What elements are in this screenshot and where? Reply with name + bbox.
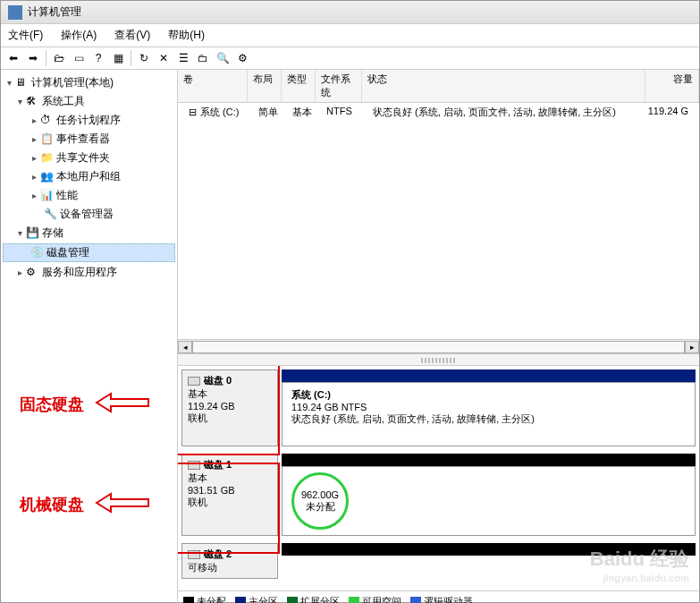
pane-splitter[interactable] — [178, 353, 699, 366]
chevron-down-icon[interactable]: ▾ — [15, 228, 24, 238]
tree-device-manager[interactable]: 🔧设备管理器 — [3, 206, 175, 223]
disk-row-2[interactable]: 磁盘 2 可移动 — [181, 543, 696, 579]
legend-free-swatch — [349, 597, 359, 603]
show-hide-icon[interactable]: ▭ — [70, 49, 88, 67]
volume-scrollbar[interactable]: ◂ ▸ — [178, 339, 699, 353]
partition-unallocated[interactable]: 962.00G 未分配 — [282, 466, 696, 536]
tree-label: 设备管理器 — [60, 207, 114, 222]
main-pane: 卷 布局 类型 文件系统 状态 容量 ⊟系统 (C:) 简单 基本 NTFS 状… — [178, 70, 699, 603]
chevron-right-icon[interactable]: ▸ — [30, 134, 38, 144]
legend-logical: 逻辑驱动器 — [424, 596, 473, 603]
disk-title: 磁盘 1 — [204, 458, 232, 471]
tree-label: 服务和应用程序 — [42, 265, 117, 280]
clock-icon: ⏱ — [40, 114, 55, 128]
volume-name: 系统 (C:) — [200, 106, 239, 119]
col-capacity[interactable]: 容量 — [645, 70, 699, 102]
menu-file[interactable]: 文件(F) — [4, 26, 46, 45]
scroll-left-icon[interactable]: ◂ — [178, 341, 192, 353]
tree-label: 系统工具 — [42, 94, 85, 109]
chevron-right-icon[interactable]: ▸ — [30, 115, 38, 125]
col-type[interactable]: 类型 — [282, 70, 316, 102]
tree-label: 存储 — [42, 225, 63, 241]
tree-shared-folders[interactable]: ▸📁共享文件夹 — [3, 149, 175, 166]
settings-icon[interactable]: ⚙ — [233, 49, 251, 67]
partition-name: 系统 (C:) — [291, 388, 686, 402]
disk-size: 931.51 GB — [188, 485, 272, 496]
col-layout[interactable]: 布局 — [248, 70, 282, 102]
disk-state: 联机 — [188, 412, 272, 425]
tree-label: 性能 — [56, 188, 78, 203]
col-volume[interactable]: 卷 — [178, 70, 248, 102]
legend-free: 可用空间 — [362, 596, 401, 603]
disk-info: 磁盘 2 可移动 — [181, 543, 278, 579]
chevron-down-icon[interactable]: ▾ — [15, 97, 24, 106]
tree-event-viewer[interactable]: ▸📋事件查看器 — [3, 131, 175, 148]
sidebar: ▾🖥计算机管理(本地) ▾🛠系统工具 ▸⏱任务计划程序 ▸📋事件查看器 ▸📁共享… — [1, 70, 178, 603]
share-icon: 📁 — [40, 151, 55, 166]
unalloc-label: 未分配 — [306, 500, 335, 514]
unallocated-highlight: 962.00G 未分配 — [291, 472, 349, 530]
disk-size: 119.24 GB — [188, 401, 272, 412]
volume-row[interactable]: ⊟系统 (C:) 简单 基本 NTFS 状态良好 (系统, 启动, 页面文件, … — [178, 103, 699, 122]
disk-row-0[interactable]: 磁盘 0 基本 119.24 GB 联机 系统 (C:) 119.24 GB N… — [181, 369, 696, 446]
volume-fs: NTFS — [321, 106, 367, 119]
disk-kind: 可移动 — [188, 561, 272, 574]
arrow-hdd-icon — [97, 492, 150, 516]
legend-primary: 主分区 — [249, 596, 278, 603]
chevron-right-icon[interactable]: ▸ — [30, 172, 38, 182]
disk-row-1[interactable]: 磁盘 1 基本 931.51 GB 联机 962.00G 未分配 — [181, 454, 696, 536]
col-status[interactable]: 状态 — [362, 70, 645, 102]
menu-view[interactable]: 查看(V) — [111, 26, 154, 45]
menu-help[interactable]: 帮助(H) — [164, 26, 208, 45]
tree-root[interactable]: ▾🖥计算机管理(本地) — [3, 74, 175, 91]
tree-task-scheduler[interactable]: ▸⏱任务计划程序 — [3, 112, 175, 129]
legend-primary-swatch — [235, 597, 246, 603]
delete-icon[interactable]: ✕ — [155, 49, 173, 67]
up-icon[interactable]: 🗁 — [50, 49, 68, 67]
disk-kind: 基本 — [188, 387, 272, 401]
legend-ext-swatch — [287, 597, 298, 603]
annotation-ssd: 固态硬盘 — [20, 394, 84, 415]
col-filesystem[interactable]: 文件系统 — [316, 70, 362, 102]
chevron-right-icon[interactable]: ▸ — [15, 268, 24, 277]
tree-label: 本地用户和组 — [56, 169, 121, 184]
back-icon[interactable]: ⬅ — [4, 49, 22, 67]
partition-header — [282, 454, 696, 466]
tree-label: 磁盘管理 — [46, 245, 89, 260]
chevron-down-icon[interactable]: ▾ — [4, 78, 13, 88]
separator — [131, 50, 131, 66]
tree-local-users[interactable]: ▸👥本地用户和组 — [3, 168, 175, 185]
partition-header — [282, 543, 696, 556]
tree-storage[interactable]: ▾💾存储 — [3, 225, 175, 242]
event-icon: 📋 — [40, 132, 55, 147]
window-title: 计算机管理 — [28, 4, 81, 20]
disk-icon: 💿 — [30, 246, 45, 260]
disk-icon — [188, 461, 200, 470]
disk-title: 磁盘 2 — [204, 548, 232, 561]
refresh-icon[interactable]: ↻ — [135, 49, 153, 67]
chevron-right-icon[interactable]: ▸ — [30, 153, 38, 163]
tree-label: 任务计划程序 — [56, 113, 121, 128]
scroll-track[interactable] — [192, 341, 685, 353]
help-icon[interactable]: ? — [89, 49, 107, 67]
search-icon[interactable]: 🔍 — [214, 49, 232, 67]
tree-label: 共享文件夹 — [56, 150, 110, 166]
users-icon: 👥 — [40, 170, 55, 184]
partition-system-c[interactable]: 系统 (C:) 119.24 GB NTFS 状态良好 (系统, 启动, 页面文… — [282, 382, 696, 446]
volume-header: 卷 布局 类型 文件系统 状态 容量 — [178, 70, 699, 103]
scroll-right-icon[interactable]: ▸ — [685, 341, 699, 353]
tree-performance[interactable]: ▸📊性能 — [3, 187, 175, 204]
tree-root-label: 计算机管理(本地) — [31, 75, 114, 90]
tree-label: 事件查看器 — [56, 132, 110, 147]
disk-map: 磁盘 0 基本 119.24 GB 联机 系统 (C:) 119.24 GB N… — [178, 366, 699, 590]
tree-system-tools[interactable]: ▾🛠系统工具 — [3, 93, 175, 110]
list-icon[interactable]: ☰ — [174, 49, 192, 67]
disk-icon — [188, 550, 200, 559]
tree-services-apps[interactable]: ▸⚙服务和应用程序 — [3, 264, 175, 281]
forward-icon[interactable]: ➡ — [24, 49, 42, 67]
chevron-right-icon[interactable]: ▸ — [30, 191, 38, 200]
tree-disk-management[interactable]: 💿磁盘管理 — [3, 243, 175, 262]
folder-icon[interactable]: 🗀 — [194, 49, 212, 67]
menu-action[interactable]: 操作(A) — [57, 26, 100, 45]
props-icon[interactable]: ▦ — [109, 49, 127, 67]
